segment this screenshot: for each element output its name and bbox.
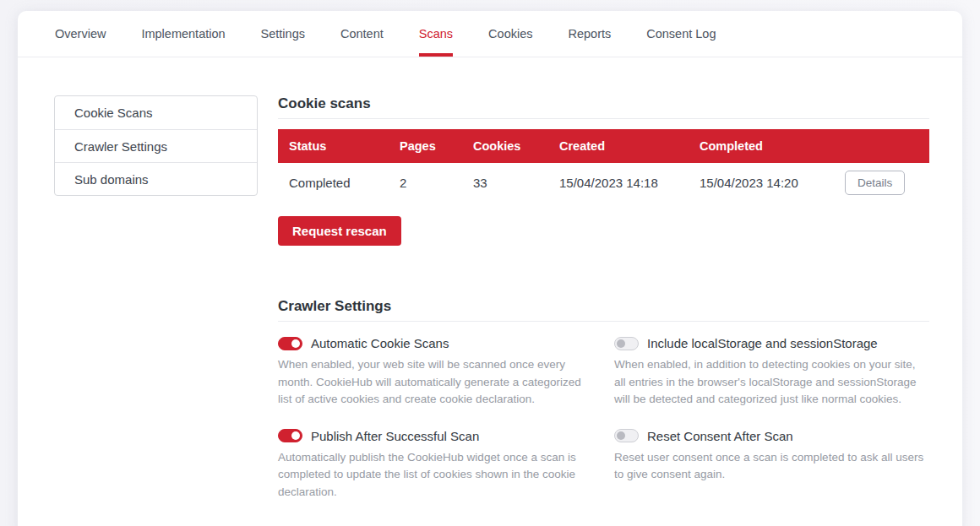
setting-label: Automatic Cookie Scans xyxy=(311,336,449,350)
tab-scans[interactable]: Scans xyxy=(401,11,471,57)
scan-cookies-cell: 33 xyxy=(462,163,548,202)
setting-reset-consent: Reset Consent After Scan Reset user cons… xyxy=(614,429,929,502)
details-button[interactable]: Details xyxy=(845,171,905,195)
main-tabbar: Overview Implementation Settings Content… xyxy=(18,11,962,57)
setting-publish-after-scan: Publish After Successful Scan Automatica… xyxy=(278,429,586,502)
tab-settings[interactable]: Settings xyxy=(243,11,323,57)
column-header-cookies: Cookies xyxy=(462,129,548,163)
setting-description: Reset user consent once a scan is comple… xyxy=(614,449,929,484)
toggle-knob xyxy=(291,431,300,440)
cookie-scans-title: Cookie scans xyxy=(278,95,929,119)
scan-actions-cell: Details xyxy=(834,163,929,202)
content-card: Overview Implementation Settings Content… xyxy=(18,11,962,526)
tab-cookies[interactable]: Cookies xyxy=(471,11,550,57)
crawler-settings-title: Crawler Settings xyxy=(278,298,929,322)
setting-description: Automatically publish the CookieHub widg… xyxy=(278,449,586,502)
scans-sidebar: Cookie Scans Crawler Settings Sub domain… xyxy=(54,95,258,196)
setting-label: Reset Consent After Scan xyxy=(647,429,793,443)
column-header-completed: Completed xyxy=(689,129,834,163)
setting-include-localstorage: Include localStorage and sessionStorage … xyxy=(614,336,929,409)
table-row: Completed 2 33 15/04/2023 14:18 15/04/20… xyxy=(278,163,929,202)
column-header-pages: Pages xyxy=(389,129,462,163)
column-header-created: Created xyxy=(548,129,689,163)
column-header-status: Status xyxy=(278,129,389,163)
publish-after-scan-toggle[interactable] xyxy=(278,429,302,442)
request-rescan-button[interactable]: Request rescan xyxy=(278,216,401,246)
scans-main-panel: Cookie scans Status Pages Cookies Create… xyxy=(278,95,929,501)
scan-pages-cell: 2 xyxy=(389,163,462,202)
setting-description: When enabled, your web site will be scan… xyxy=(278,356,586,409)
column-header-actions xyxy=(834,129,929,163)
tab-overview[interactable]: Overview xyxy=(37,11,123,57)
crawler-settings-grid: Automatic Cookie Scans When enabled, you… xyxy=(278,336,929,501)
tab-consent-log[interactable]: Consent Log xyxy=(629,11,733,57)
sidebar-item-cookie-scans[interactable]: Cookie Scans xyxy=(55,96,257,129)
scan-status-cell: Completed xyxy=(278,163,389,202)
table-header-row: Status Pages Cookies Created Completed xyxy=(278,129,929,163)
toggle-knob xyxy=(617,431,625,440)
include-localstorage-toggle[interactable] xyxy=(614,337,639,350)
tab-reports[interactable]: Reports xyxy=(550,11,629,57)
sidebar-item-crawler-settings[interactable]: Crawler Settings xyxy=(55,129,257,162)
automatic-cookie-scans-toggle[interactable] xyxy=(278,337,302,350)
cookie-scans-table: Status Pages Cookies Created Completed C… xyxy=(278,129,929,202)
setting-label: Include localStorage and sessionStorage xyxy=(647,336,878,350)
scan-created-cell: 15/04/2023 14:18 xyxy=(548,163,689,202)
setting-label: Publish After Successful Scan xyxy=(311,429,479,443)
setting-automatic-cookie-scans: Automatic Cookie Scans When enabled, you… xyxy=(278,336,586,409)
tab-content[interactable]: Content xyxy=(323,11,401,57)
reset-consent-toggle[interactable] xyxy=(614,429,639,442)
tab-implementation[interactable]: Implementation xyxy=(123,11,242,57)
scan-completed-cell: 15/04/2023 14:20 xyxy=(689,163,834,202)
sidebar-item-sub-domains[interactable]: Sub domains xyxy=(55,162,257,195)
setting-description: When enabled, in addition to detecting c… xyxy=(614,356,929,409)
toggle-knob xyxy=(291,339,300,348)
toggle-knob xyxy=(617,339,625,348)
